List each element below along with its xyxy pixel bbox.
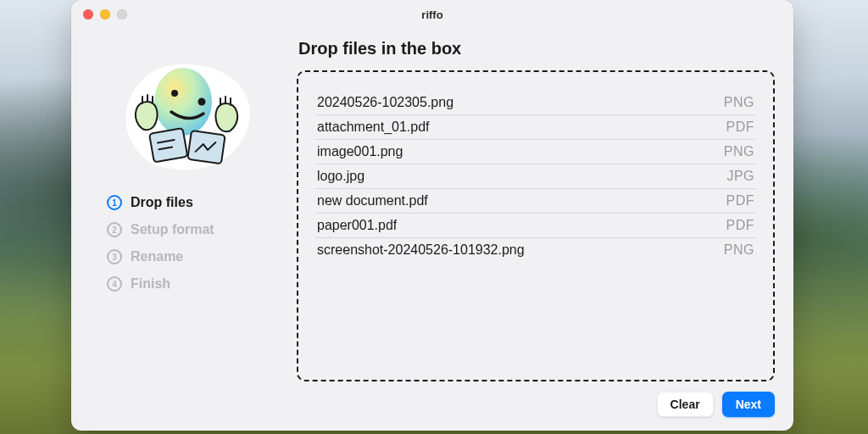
file-type: JPG [726,169,754,184]
titlebar: riffo [71,0,793,29]
page-heading: Drop files in the box [298,39,775,58]
file-row[interactable]: new document.pdf PDF [315,189,756,214]
file-row[interactable]: logo.jpg JPG [315,164,756,189]
window-controls [83,9,127,19]
file-dropzone[interactable]: 20240526-102305.png PNG attachment_01.pd… [297,70,775,381]
file-row[interactable]: paper001.pdf PDF [315,214,756,238]
file-type: PNG [724,144,754,159]
desktop-background: riffo [0,0,868,434]
file-type: PNG [724,95,754,110]
minimize-window-button[interactable] [100,9,110,19]
file-type: PNG [724,242,754,258]
svg-rect-3 [149,128,187,162]
file-name: attachment_01.pdf [317,120,430,135]
step-number-icon: 3 [107,249,122,264]
file-name: logo.jpg [317,169,364,184]
action-bar: Clear Next [297,392,775,417]
svg-point-2 [198,98,206,106]
clear-button[interactable]: Clear [657,392,714,417]
step-setup-format[interactable]: 2 Setup format [107,222,285,237]
app-window: riffo [71,0,793,431]
main-panel: Drop files in the box 20240526-102305.pn… [297,34,775,417]
file-name: new document.pdf [317,193,428,209]
window-title: riffo [421,8,442,21]
next-button[interactable]: Next [722,392,775,417]
step-number-icon: 1 [107,195,122,210]
file-name: image001.png [317,144,403,159]
step-number-icon: 2 [107,222,122,237]
file-row[interactable]: attachment_01.pdf PDF [315,115,756,140]
step-label: Setup format [131,222,214,237]
file-type: PDF [726,193,755,209]
step-number-icon: 4 [107,276,122,292]
sidebar: 1 Drop files 2 Setup format 3 Rename 4 F… [90,34,285,417]
file-type: PDF [726,218,755,233]
file-row[interactable]: image001.png PNG [315,140,756,164]
file-list: 20240526-102305.png PNG attachment_01.pd… [315,91,756,262]
file-row[interactable]: 20240526-102305.png PNG [315,91,756,115]
file-type: PDF [726,120,755,135]
step-finish[interactable]: 4 Finish [107,276,285,292]
file-name: paper001.pdf [317,218,397,233]
window-body: 1 Drop files 2 Setup format 3 Rename 4 F… [71,29,793,431]
close-window-button[interactable] [83,9,93,19]
file-name: screenshot-20240526-101932.png [317,242,525,258]
step-label: Drop files [131,195,193,210]
mascot-illustration [107,49,268,185]
step-label: Finish [131,276,170,292]
step-label: Rename [131,249,183,264]
zoom-window-button[interactable] [117,9,127,19]
steps-list: 1 Drop files 2 Setup format 3 Rename 4 F… [90,195,285,292]
file-name: 20240526-102305.png [317,95,453,110]
step-drop-files[interactable]: 1 Drop files [107,195,285,210]
svg-point-1 [171,90,178,97]
file-row[interactable]: screenshot-20240526-101932.png PNG [315,238,756,262]
step-rename[interactable]: 3 Rename [107,249,285,264]
